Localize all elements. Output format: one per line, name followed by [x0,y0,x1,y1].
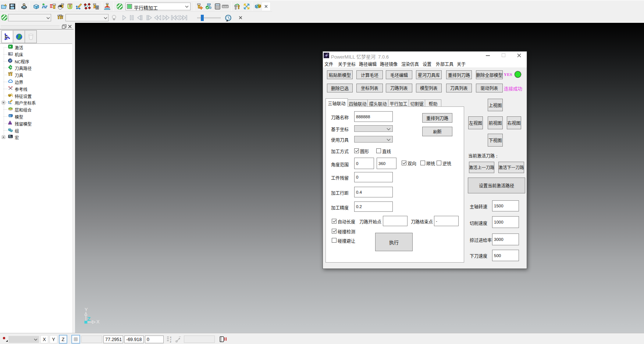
svg-text:Z: Z [87,316,90,322]
svg-text:Z: Z [170,341,171,343]
svg-text:Y: Y [85,307,88,312]
svg-text:X: X [96,319,100,324]
